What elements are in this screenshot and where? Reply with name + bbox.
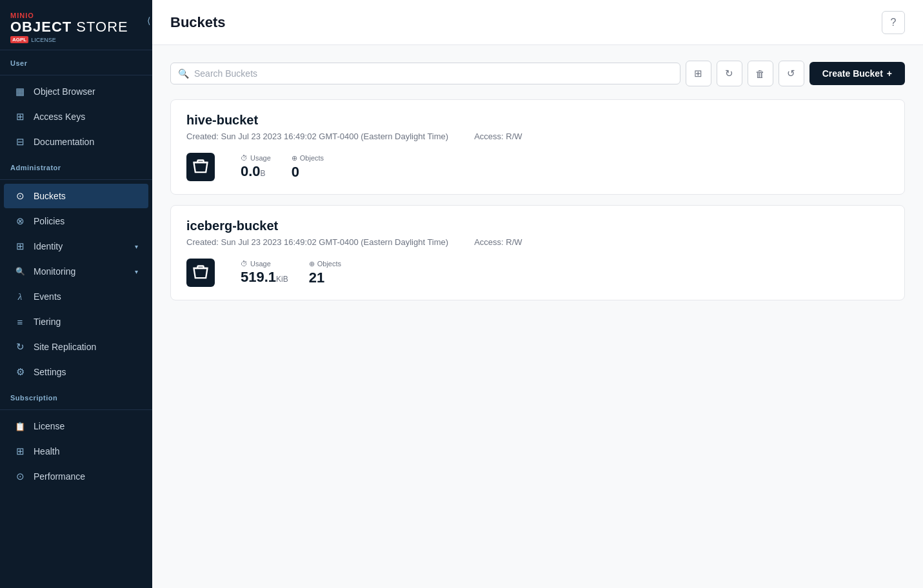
administrator-section: Administrator ⊙ Buckets ⊗ Policies ⊞ Ide… — [0, 155, 152, 385]
sidebar-item-label: Buckets — [34, 191, 66, 201]
sidebar-item-policies[interactable]: ⊗ Policies — [4, 209, 148, 233]
site-replication-icon: ↻ — [14, 341, 26, 353]
grid-icon: ⊞ — [694, 68, 702, 79]
sidebar-item-label: Performance — [34, 471, 85, 482]
agpl-badge: AGPL — [10, 36, 28, 43]
usage-stat: ⏱ Usage 519.1KiB — [241, 260, 288, 286]
bucket-stats-row: ⏱ Usage 0.0B ⊕ Objects 0 — [186, 153, 889, 181]
tiering-icon: ≡ — [14, 316, 26, 328]
policies-icon: ⊗ — [14, 215, 26, 227]
sidebar-item-tiering[interactable]: ≡ Tiering — [4, 309, 148, 334]
collapse-sidebar-button[interactable]: ⟨ — [144, 13, 152, 28]
sidebar-item-label: Monitoring — [34, 266, 75, 277]
monitoring-icon: 🔍 — [14, 266, 26, 277]
bucket-name: iceberg-bucket — [186, 219, 889, 233]
help-button[interactable]: ? — [882, 11, 905, 34]
sidebar-item-label: Health — [34, 446, 59, 456]
refresh-view-button[interactable]: ↻ — [717, 61, 742, 86]
identity-chevron-icon: ▾ — [135, 243, 138, 250]
create-bucket-label: Create Bucket — [822, 68, 883, 79]
objects-value: 0 — [292, 164, 324, 181]
identity-icon: ⊞ — [14, 240, 26, 252]
objects-label: ⊕ Objects — [309, 260, 341, 268]
main-content: Buckets ? 🔍 ⊞ ↻ 🗑 ↺ Create Bucket — [152, 0, 923, 588]
bucket-access: Access: R/W — [474, 132, 522, 141]
sidebar-logo: MINIO OBJECT STORE AGPL LICENSE — [0, 0, 152, 50]
sidebar-item-health[interactable]: ⊞ Health — [4, 439, 148, 464]
usage-label: ⏱ Usage — [241, 260, 288, 268]
usage-icon: ⏱ — [241, 260, 248, 268]
sidebar-item-license[interactable]: 📋 License — [4, 414, 148, 438]
sidebar-item-label: Policies — [34, 216, 65, 226]
logo-wrapper: MINIO OBJECT STORE AGPL LICENSE ⟨ — [0, 0, 152, 50]
bucket-card[interactable]: hive-bucket Created: Sun Jul 23 2023 16:… — [170, 99, 905, 195]
sidebar: MINIO OBJECT STORE AGPL LICENSE ⟨ User ▦… — [0, 0, 152, 588]
usage-value: 519.1KiB — [241, 269, 288, 286]
sidebar-item-object-browser[interactable]: ▦ Object Browser — [4, 79, 148, 104]
bucket-created: Created: Sun Jul 23 2023 16:49:02 GMT-04… — [186, 132, 448, 141]
sidebar-item-label: Tiering — [34, 317, 61, 327]
settings-icon: ⚙ — [14, 366, 26, 378]
buckets-icon: ⊙ — [14, 190, 26, 202]
access-keys-icon: ⊞ — [14, 111, 26, 122]
sidebar-item-site-replication[interactable]: ↻ Site Replication — [4, 335, 148, 359]
sidebar-item-monitoring[interactable]: 🔍 Monitoring ▾ — [4, 259, 148, 284]
documentation-icon: ⊟ — [14, 136, 26, 148]
subscription-section-label: Subscription — [0, 385, 152, 406]
bucket-meta: Created: Sun Jul 23 2023 16:49:02 GMT-04… — [186, 237, 889, 247]
grid-view-button[interactable]: ⊞ — [686, 61, 711, 86]
sidebar-item-identity[interactable]: ⊞ Identity ▾ — [4, 234, 148, 259]
sidebar-item-events[interactable]: λ Events — [4, 284, 148, 309]
create-bucket-button[interactable]: Create Bucket + — [809, 62, 905, 85]
bucket-icon — [186, 153, 215, 181]
usage-stat: ⏱ Usage 0.0B — [241, 154, 271, 180]
objects-stat: ⊕ Objects 21 — [309, 260, 341, 286]
objects-icon: ⊕ — [309, 260, 315, 268]
reload-icon: ↺ — [787, 68, 795, 79]
sidebar-item-documentation[interactable]: ⊟ Documentation — [4, 130, 148, 154]
objects-stat: ⊕ Objects 0 — [292, 154, 324, 181]
sidebar-item-buckets[interactable]: ⊙ Buckets — [4, 184, 148, 208]
license-icon: 📋 — [14, 420, 26, 432]
subscription-section: Subscription 📋 License ⊞ Health ⊙ Perfor… — [0, 385, 152, 489]
content-area: 🔍 ⊞ ↻ 🗑 ↺ Create Bucket + hive-bucket — [152, 45, 923, 588]
bucket-icon — [186, 259, 215, 287]
logo-license: AGPL LICENSE — [10, 36, 142, 43]
license-text: LICENSE — [31, 37, 56, 43]
user-section: User ▦ Object Browser ⊞ Access Keys ⊟ Do… — [0, 50, 152, 155]
sidebar-item-performance[interactable]: ⊙ Performance — [4, 464, 148, 489]
bucket-name: hive-bucket — [186, 113, 889, 128]
sidebar-item-label: Site Replication — [34, 342, 96, 352]
topbar: Buckets ? — [152, 0, 923, 45]
monitoring-chevron-icon: ▾ — [135, 268, 138, 275]
health-icon: ⊞ — [14, 446, 26, 457]
sidebar-item-settings[interactable]: ⚙ Settings — [4, 360, 148, 384]
sidebar-item-label: Documentation — [34, 137, 94, 147]
bucket-created: Created: Sun Jul 23 2023 16:49:02 GMT-04… — [186, 237, 448, 247]
objects-value: 21 — [309, 270, 341, 286]
sidebar-item-access-keys[interactable]: ⊞ Access Keys — [4, 104, 148, 129]
page-title: Buckets — [170, 14, 226, 31]
sidebar-item-label: Identity — [34, 241, 63, 251]
user-section-label: User — [0, 50, 152, 71]
usage-value: 0.0B — [241, 163, 271, 180]
search-icon: 🔍 — [178, 68, 189, 79]
sidebar-item-label: Events — [34, 291, 61, 302]
events-icon: λ — [14, 291, 26, 302]
toolbar: 🔍 ⊞ ↻ 🗑 ↺ Create Bucket + — [170, 61, 905, 86]
search-input[interactable] — [170, 63, 680, 84]
bucket-stats-row: ⏱ Usage 519.1KiB ⊕ Objects 21 — [186, 259, 889, 287]
sidebar-item-label: License — [34, 421, 65, 431]
refresh-icon: ↻ — [725, 68, 733, 79]
search-wrapper: 🔍 — [170, 63, 680, 84]
usage-label: ⏱ Usage — [241, 154, 271, 162]
delete-icon: 🗑 — [755, 68, 765, 79]
objects-icon: ⊕ — [292, 154, 297, 162]
administrator-section-label: Administrator — [0, 155, 152, 175]
bucket-card[interactable]: iceberg-bucket Created: Sun Jul 23 2023 … — [170, 205, 905, 300]
sidebar-item-label: Object Browser — [34, 86, 95, 97]
reload-button[interactable]: ↺ — [779, 61, 804, 86]
sidebar-item-label: Settings — [34, 367, 66, 377]
bucket-access: Access: R/W — [474, 237, 522, 247]
delete-button[interactable]: 🗑 — [748, 61, 773, 86]
